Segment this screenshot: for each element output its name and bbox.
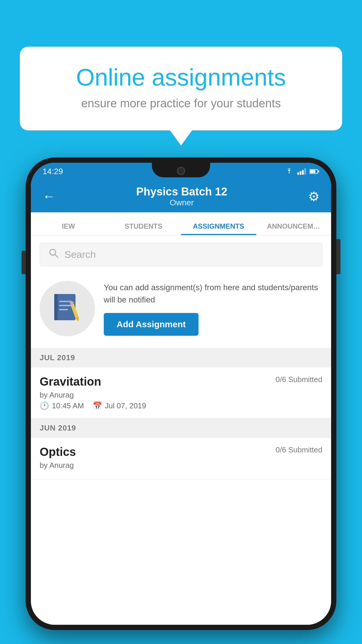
svg-rect-2 [302,170,304,175]
tab-iew[interactable]: IEW [31,222,106,235]
signal-icon [297,168,306,175]
speech-bubble-container: Online assignments ensure more practice … [20,47,342,130]
status-time: 14:29 [43,167,63,176]
status-icons [284,168,319,175]
section-header-jul: JUL 2019 [31,348,331,368]
assignment-submitted-gravitation: 0/6 Submitted [276,375,322,384]
add-assignment-button[interactable]: Add Assignment [104,313,198,336]
promo-section: You can add assignment(s) from here and … [31,272,331,348]
tab-announcements[interactable]: ANNOUNCEM… [256,222,331,235]
speech-bubble-title: Online assignments [43,64,319,90]
phone-camera [177,167,185,175]
svg-rect-5 [310,170,315,173]
phone-outer: 14:29 [26,158,336,630]
section-header-jun: JUN 2019 [31,418,331,438]
search-placeholder: Search [64,249,96,260]
svg-line-8 [55,255,58,258]
app-bar-title-section: Physics Batch 12 Owner [136,186,227,207]
svg-rect-12 [59,305,72,306]
assignment-time-gravitation: 🕐 10:45 AM [40,401,84,410]
svg-rect-1 [300,171,301,175]
assignment-row-top-optics: Optics 0/6 Submitted [40,445,322,459]
svg-rect-0 [297,172,299,175]
search-bar[interactable]: Search [40,243,322,266]
assignment-item-optics[interactable]: Optics 0/6 Submitted by Anurag [31,438,331,480]
tab-students[interactable]: STUDENTS [106,222,181,235]
phone-screen: 14:29 [31,163,331,625]
clock-icon: 🕐 [40,401,49,410]
svg-rect-3 [304,168,306,175]
svg-rect-10 [54,294,58,320]
promo-content: You can add assignment(s) from here and … [104,281,322,336]
notebook-icon [53,293,82,325]
app-bar-subtitle: Owner [136,198,227,207]
tabs-bar: IEW STUDENTS ASSIGNMENTS ANNOUNCEM… [31,212,331,236]
settings-icon[interactable]: ⚙ [308,189,319,204]
search-icon [49,248,59,261]
calendar-icon: 📅 [93,401,102,410]
svg-rect-13 [59,309,68,310]
back-button[interactable]: ← [43,189,55,204]
assignment-name-gravitation: Gravitation [40,375,101,388]
speech-bubble-subtitle: ensure more practice for your students [43,97,319,110]
app-bar: ← Physics Batch 12 Owner ⚙ [31,180,331,212]
svg-rect-11 [59,301,72,302]
phone-notch [152,163,210,177]
assignment-row-top: Gravitation 0/6 Submitted [40,375,322,388]
assignment-name-optics: Optics [40,445,76,459]
assignment-item-gravitation[interactable]: Gravitation 0/6 Submitted by Anurag 🕐 10… [31,368,331,418]
assignment-illustration [40,281,95,336]
assignment-submitted-optics: 0/6 Submitted [276,445,322,454]
tab-assignments[interactable]: ASSIGNMENTS [181,222,256,235]
app-bar-title: Physics Batch 12 [136,186,227,198]
battery-icon [310,169,319,174]
promo-description: You can add assignment(s) from here and … [104,281,322,306]
wifi-icon [284,168,294,175]
assignment-time-row-gravitation: 🕐 10:45 AM 📅 Jul 07, 2019 [40,401,322,410]
assignment-author-optics: by Anurag [40,461,322,470]
svg-rect-6 [318,171,319,172]
assignment-author-gravitation: by Anurag [40,391,322,400]
content-area: Search [31,236,331,625]
phone-device: 14:29 [26,158,336,630]
speech-bubble: Online assignments ensure more practice … [20,47,342,130]
assignment-date-gravitation: 📅 Jul 07, 2019 [93,401,146,410]
